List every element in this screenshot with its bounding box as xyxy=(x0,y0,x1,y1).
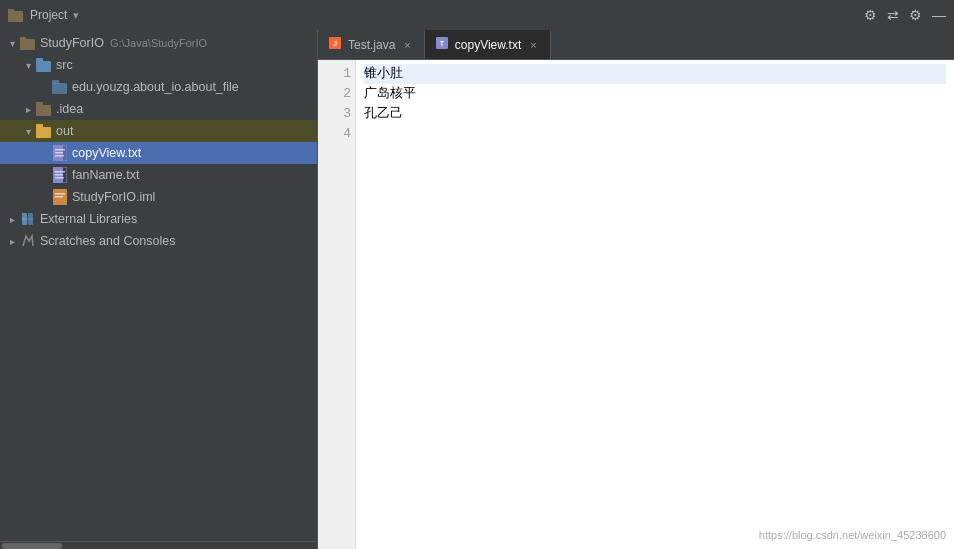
arrow-icon xyxy=(20,101,36,117)
tree-item-label: out xyxy=(56,124,73,138)
sidebar: StudyForIOG:\Java\StudyForIOsrcedu.youzg… xyxy=(0,30,318,549)
main-area: StudyForIOG:\Java\StudyForIOsrcedu.youzg… xyxy=(0,30,954,549)
tree-item-out[interactable]: out xyxy=(0,120,317,142)
tab-test-java[interactable]: JTest.java× xyxy=(318,30,425,59)
code-line[interactable]: 锥小肚 xyxy=(364,64,946,84)
svg-rect-16 xyxy=(55,155,64,157)
title-project-label[interactable]: Project xyxy=(30,8,67,22)
tree-item-label: External Libraries xyxy=(40,212,137,226)
tree-item-label: .idea xyxy=(56,102,83,116)
code-line[interactable]: 广岛核平 xyxy=(364,84,946,104)
tree-item-studyForIO-iml[interactable]: StudyForIO.iml xyxy=(0,186,317,208)
iml-file-icon xyxy=(52,189,68,205)
tree-item-label: Scratches and Consoles xyxy=(40,234,176,248)
tree-item-label: src xyxy=(56,58,73,72)
out-folder-icon xyxy=(36,123,52,139)
svg-rect-1 xyxy=(8,9,14,13)
editor-area: JTest.java×TcopyView.txt× 1234 锥小肚广岛核平孔乙… xyxy=(318,30,954,549)
folder-icon xyxy=(36,101,52,117)
tab-copyView-txt[interactable]: TcopyView.txt× xyxy=(425,30,551,59)
code-line[interactable] xyxy=(364,124,946,144)
project-icon xyxy=(20,35,36,51)
svg-rect-19 xyxy=(55,171,65,173)
sidebar-scrollbar-thumb[interactable] xyxy=(2,543,62,549)
package-icon xyxy=(52,79,68,95)
title-bar-left: Project ▾ xyxy=(8,7,79,23)
svg-rect-4 xyxy=(36,61,51,72)
svg-rect-8 xyxy=(36,105,51,116)
svg-rect-3 xyxy=(20,37,26,41)
tree-item-studyforio[interactable]: StudyForIOG:\Java\StudyForIO xyxy=(0,32,317,54)
tab-label: Test.java xyxy=(348,38,395,52)
tree-item-external-libs[interactable]: External Libraries xyxy=(0,208,317,230)
tab-close-button[interactable]: × xyxy=(527,38,539,52)
sidebar-scrollbar[interactable] xyxy=(0,541,317,549)
svg-rect-6 xyxy=(52,83,67,94)
tree-item-copyView[interactable]: copyView.txt xyxy=(0,142,317,164)
txt-tab-icon: T xyxy=(435,36,449,53)
line-number: 1 xyxy=(318,64,351,84)
svg-rect-7 xyxy=(52,80,59,84)
java-file-icon: J xyxy=(328,36,342,53)
arrow-icon xyxy=(4,211,20,227)
svg-rect-5 xyxy=(36,58,43,62)
tree-item-label: fanName.txt xyxy=(72,168,139,182)
code-area[interactable]: 锥小肚广岛核平孔乙己 xyxy=(356,60,954,549)
scratches-icon xyxy=(20,233,36,249)
tree-item-label: StudyForIO.iml xyxy=(72,190,155,204)
svg-rect-20 xyxy=(55,174,63,176)
tree-item-label: copyView.txt xyxy=(72,146,141,160)
svg-rect-11 xyxy=(36,124,43,128)
project-folder-icon xyxy=(8,7,24,23)
tab-label: copyView.txt xyxy=(455,38,521,52)
editor-content[interactable]: 1234 锥小肚广岛核平孔乙己 xyxy=(318,60,954,549)
watermark: https://blog.csdn.net/weixin_45238600 xyxy=(759,529,946,541)
tab-close-button[interactable]: × xyxy=(401,38,413,52)
tab-bar: JTest.java×TcopyView.txt× xyxy=(318,30,954,60)
tree-item-label: StudyForIO xyxy=(40,36,104,50)
svg-rect-9 xyxy=(36,102,43,106)
line-number: 2 xyxy=(318,84,351,104)
tree-item-scratches[interactable]: Scratches and Consoles xyxy=(0,230,317,252)
minimize-icon[interactable]: — xyxy=(932,7,946,23)
arrow-icon xyxy=(20,57,36,73)
code-line[interactable]: 孔乙己 xyxy=(364,104,946,124)
file-tree: StudyForIOG:\Java\StudyForIOsrcedu.youzg… xyxy=(0,30,317,541)
line-numbers: 1234 xyxy=(318,60,356,549)
svg-rect-21 xyxy=(55,177,64,179)
tree-item-src[interactable]: src xyxy=(0,54,317,76)
line-number: 3 xyxy=(318,104,351,124)
gear-icon[interactable]: ⚙ xyxy=(909,7,922,23)
tree-item-idea[interactable]: .idea xyxy=(0,98,317,120)
svg-rect-14 xyxy=(55,149,65,151)
settings-cog-icon[interactable]: ⚙ xyxy=(864,7,877,23)
svg-rect-23 xyxy=(55,193,65,195)
src-folder-icon xyxy=(36,57,52,73)
svg-rect-15 xyxy=(55,152,63,154)
txt-file-icon xyxy=(52,145,68,161)
svg-text:T: T xyxy=(440,40,445,47)
arrow-icon xyxy=(4,35,20,51)
arrow-icon xyxy=(20,123,36,139)
external-libraries-icon xyxy=(20,211,36,227)
tree-item-label: edu.youzg.about_io.about_file xyxy=(72,80,239,94)
arrow-icon xyxy=(4,233,20,249)
tree-item-edu-package[interactable]: edu.youzg.about_io.about_file xyxy=(0,76,317,98)
tree-item-subtitle: G:\Java\StudyForIO xyxy=(110,37,207,49)
svg-rect-24 xyxy=(55,196,63,198)
svg-rect-10 xyxy=(36,127,51,138)
title-bar-icons: ⚙ ⇄ ⚙ — xyxy=(864,7,946,23)
txt-file-icon xyxy=(52,167,68,183)
split-icon[interactable]: ⇄ xyxy=(887,7,899,23)
line-number: 4 xyxy=(318,124,351,144)
title-bar: Project ▾ ⚙ ⇄ ⚙ — xyxy=(0,0,954,30)
tree-item-fanName[interactable]: fanName.txt xyxy=(0,164,317,186)
svg-text:J: J xyxy=(333,39,337,48)
title-chevron-icon[interactable]: ▾ xyxy=(73,9,79,22)
